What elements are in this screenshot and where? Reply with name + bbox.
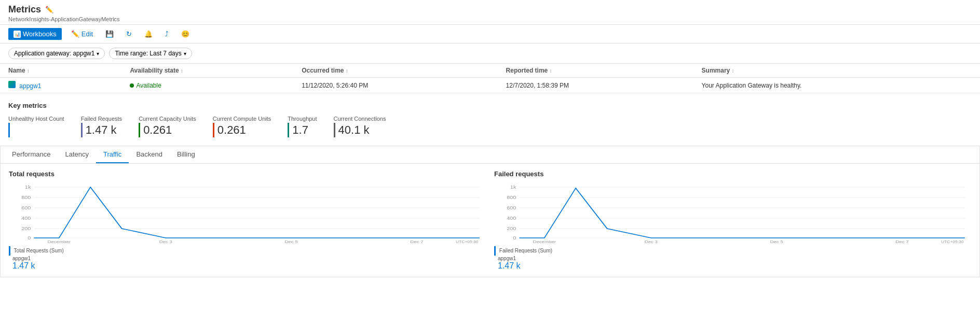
key-metrics-section: Key metrics Unhealthy Host Count Failed … [0, 93, 980, 142]
svg-text:0: 0 [513, 235, 516, 241]
col-occurred[interactable]: Occurred time ↕ [293, 64, 497, 78]
tab-performance[interactable]: Performance [5, 146, 58, 163]
metric-value [8, 123, 64, 137]
svg-text:1k: 1k [510, 185, 516, 190]
share-icon: ⤴ [165, 30, 169, 38]
timerange-filter-label: Time range: Last 7 days [115, 50, 181, 57]
svg-text:Dec 7: Dec 7 [410, 239, 423, 244]
metric-number: 40.1 k [338, 123, 370, 137]
feedback-button[interactable]: 😊 [178, 28, 193, 40]
tab-traffic[interactable]: Traffic [96, 146, 129, 163]
metric-value: 1.7 [288, 123, 317, 137]
svg-text:600: 600 [21, 205, 31, 210]
save-button[interactable]: 💾 [102, 28, 117, 40]
metric-number: 1.7 [292, 123, 308, 137]
row-name[interactable]: appgw1 [19, 82, 41, 90]
svg-text:800: 800 [21, 195, 31, 200]
total-requests-legend-bar [9, 246, 10, 256]
edit-icon: ✏️ [71, 30, 79, 38]
metric-item: Throughput 1.7 [288, 116, 317, 137]
metric-number: 0.261 [217, 123, 246, 137]
metric-value: 0.261 [213, 123, 271, 137]
svg-text:400: 400 [21, 216, 31, 221]
cell-occurred: 11/12/2020, 5:26:40 PM [293, 78, 497, 93]
total-requests-panel: Total requests 1k 800 600 400 200 0 [9, 170, 486, 271]
availability-label: Available [136, 82, 161, 89]
metric-label: Current Connections [334, 116, 386, 122]
table-row: appgw1 Available 11/12/2020, 5:26:40 PM … [0, 78, 980, 93]
total-requests-legend-value: 1.47 k [12, 261, 35, 270]
failed-requests-title: Failed requests [494, 170, 971, 178]
green-dot-icon [130, 83, 134, 88]
failed-requests-legend-value: 1.47 k [498, 261, 521, 270]
tab-latency[interactable]: Latency [58, 146, 96, 163]
save-icon: 💾 [105, 30, 114, 38]
metric-value: 1.47 k [81, 123, 122, 137]
metric-bar [213, 123, 214, 137]
metric-value: 40.1 k [334, 123, 386, 137]
timerange-filter-chevron: ▾ [184, 51, 186, 56]
sort-icon-avail: ↕ [181, 68, 183, 74]
workbooks-button[interactable]: 📊 Workbooks [8, 28, 62, 40]
metric-label: Throughput [288, 116, 317, 122]
svg-text:600: 600 [507, 205, 516, 210]
tabs-nav: PerformanceLatencyTrafficBackendBilling [1, 146, 979, 164]
col-reported[interactable]: Reported time ↕ [498, 64, 693, 78]
svg-text:Dec 5: Dec 5 [770, 239, 783, 244]
edit-label: Edit [81, 30, 93, 38]
gateway-icon [8, 81, 16, 88]
col-availability[interactable]: Availability state ↕ [121, 64, 293, 78]
metric-number: 1.47 k [86, 123, 117, 137]
charts-row: Total requests 1k 800 600 400 200 0 [1, 164, 979, 277]
metric-bar [334, 123, 335, 137]
metric-label: Current Capacity Units [139, 116, 196, 122]
tab-backend[interactable]: Backend [129, 146, 170, 163]
feedback-icon: 😊 [181, 30, 189, 38]
workbooks-label: Workbooks [23, 30, 57, 38]
gateway-filter[interactable]: Application gateway: appgw1 ▾ [8, 48, 105, 59]
metric-item: Failed Requests 1.47 k [81, 116, 122, 137]
cell-name: appgw1 [0, 78, 121, 93]
page-title-row: Metrics ✏️ [8, 4, 972, 15]
total-requests-legend-sub: appgw1 [12, 256, 31, 261]
timerange-filter[interactable]: Time range: Last 7 days ▾ [109, 48, 192, 59]
gateway-filter-chevron: ▾ [97, 51, 99, 56]
svg-text:UTC+05:30: UTC+05:30 [456, 240, 478, 244]
metric-item: Unhealthy Host Count [8, 116, 64, 137]
refresh-icon: ↻ [126, 30, 132, 38]
svg-text:UTC+05:30: UTC+05:30 [941, 240, 963, 244]
metrics-row: Unhealthy Host Count Failed Requests 1.4… [8, 116, 972, 137]
share-button[interactable]: ⤴ [162, 28, 172, 40]
svg-text:1k: 1k [25, 185, 31, 190]
metric-bar [8, 123, 10, 137]
bell-icon: 🔔 [144, 30, 153, 38]
sort-icon-summary: ↕ [732, 68, 734, 74]
failed-requests-legend: Failed Requests (Sum) appgw1 1.47 k [494, 246, 971, 271]
metric-bar [288, 123, 289, 137]
filters-bar: Application gateway: appgw1 ▾ Time range… [0, 44, 980, 64]
failed-requests-svg: 1k 800 600 400 200 0 December Dec 3 Dec … [494, 182, 971, 244]
svg-text:Dec 3: Dec 3 [645, 239, 658, 244]
cell-availability: Available [121, 78, 293, 93]
svg-text:200: 200 [507, 226, 516, 231]
svg-text:December: December [533, 239, 556, 244]
notifications-button[interactable]: 🔔 [141, 28, 156, 40]
col-name[interactable]: Name ↕ [0, 64, 121, 78]
metric-item: Current Capacity Units 0.261 [139, 116, 196, 137]
failed-requests-legend-sub: appgw1 [498, 256, 516, 261]
svg-text:800: 800 [507, 195, 516, 200]
breadcrumb: NetworkInsights-ApplicationGatewayMetric… [8, 16, 972, 22]
metric-item: Current Connections 40.1 k [334, 116, 386, 137]
svg-text:0: 0 [28, 235, 31, 241]
refresh-button[interactable]: ↻ [123, 28, 135, 40]
edit-button[interactable]: ✏️ Edit [68, 28, 96, 40]
metric-number: 0.261 [143, 123, 172, 137]
top-bar: Metrics ✏️ NetworkInsights-ApplicationGa… [0, 0, 980, 25]
svg-text:200: 200 [21, 226, 31, 231]
tab-billing[interactable]: Billing [170, 146, 202, 163]
col-summary[interactable]: Summary ↕ [693, 64, 980, 78]
health-table-container: Name ↕ Availability state ↕ Occurred tim… [0, 64, 980, 93]
metric-bar [139, 123, 140, 137]
toolbar: 📊 Workbooks ✏️ Edit 💾 ↻ 🔔 ⤴ 😊 [0, 25, 980, 44]
edit-title-icon[interactable]: ✏️ [45, 6, 53, 13]
